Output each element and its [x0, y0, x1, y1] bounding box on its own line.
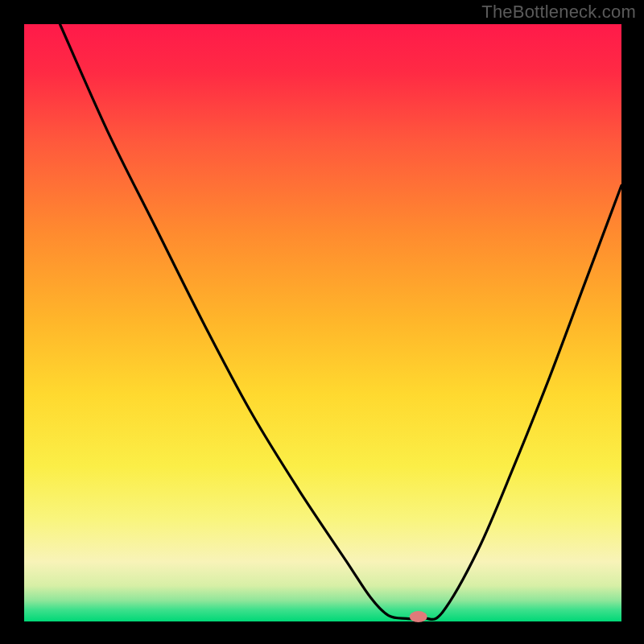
optimal-marker: [410, 611, 427, 622]
watermark-text: TheBottleneck.com: [481, 2, 636, 23]
plot-gradient-area: [24, 24, 621, 621]
chart-frame: { "watermark": "TheBottleneck.com", "col…: [0, 0, 644, 644]
bottleneck-chart-svg: [0, 0, 644, 644]
